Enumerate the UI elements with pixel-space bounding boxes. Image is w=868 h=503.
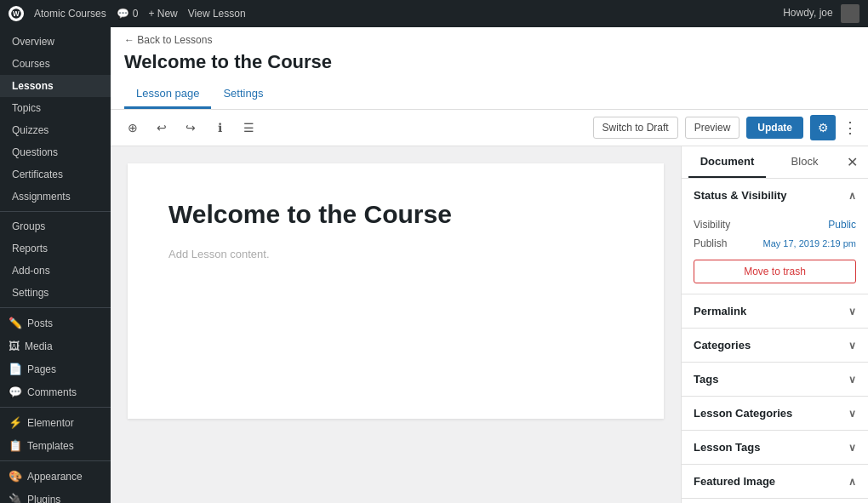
move-to-trash-button[interactable]: Move to trash: [694, 260, 856, 283]
sidebar-item-media[interactable]: 🖼 Media: [0, 334, 111, 357]
section-label-lesson-categories: Lesson Categories: [694, 407, 792, 420]
sidebar-item-groups[interactable]: Groups: [0, 215, 111, 237]
sidebar-item-appearance[interactable]: 🎨 Appearance: [0, 465, 111, 488]
admin-bar-comments[interactable]: 💬 0: [117, 8, 139, 20]
section-header-lesson-tags[interactable]: Lesson Tags ∨: [682, 431, 868, 464]
visibility-row: Visibility Public: [694, 219, 856, 231]
list-view-button[interactable]: ☰: [237, 116, 260, 140]
sidebar-item-templates[interactable]: 📋 Templates: [0, 434, 111, 457]
section-label-featured-image: Featured Image: [694, 475, 775, 488]
sidebar-divider-4: [0, 460, 111, 461]
section-label-categories: Categories: [694, 339, 751, 352]
back-to-lessons-link[interactable]: ← Back to Lessons: [124, 34, 854, 46]
settings-gear-button[interactable]: ⚙: [810, 115, 836, 140]
elementor-icon: ⚡: [9, 416, 22, 429]
section-label-status: Status & Visibility: [694, 189, 787, 202]
section-body-status: Visibility Public Publish May 17, 2019 2…: [682, 212, 868, 294]
sidebar-item-elementor[interactable]: ⚡ Elementor: [0, 411, 111, 434]
update-button[interactable]: Update: [746, 117, 803, 139]
chevron-down-lesson-tags-icon: ∨: [848, 442, 856, 454]
editor-toolbar: ⊕ ↩ ↪ ℹ ☰ Switch to Draft Preview Update…: [111, 110, 868, 146]
sidebar-item-pages[interactable]: 📄 Pages: [0, 357, 111, 380]
chevron-up-featured-image-icon: ∧: [848, 476, 856, 488]
section-label-lesson-tags: Lesson Tags: [694, 441, 761, 454]
tab-settings[interactable]: Settings: [211, 80, 275, 109]
sidebar-item-settings[interactable]: Settings: [0, 282, 111, 304]
visibility-label: Visibility: [694, 219, 730, 231]
editor-canvas[interactable]: Welcome to the Course Add Lesson content…: [111, 146, 681, 503]
content-title[interactable]: Welcome to the Course: [168, 197, 623, 231]
editor-body: Welcome to the Course Add Lesson content…: [111, 146, 868, 503]
admin-bar-left: W Atomic Courses 💬 0 + New View Lesson: [9, 6, 246, 21]
publish-value[interactable]: May 17, 2019 2:19 pm: [763, 238, 856, 249]
sidebar-item-quizzes[interactable]: Quizzes: [0, 119, 111, 141]
add-block-button[interactable]: ⊕: [121, 116, 145, 140]
sidebar-item-addons[interactable]: Add-ons: [0, 260, 111, 282]
panel-section-lesson-categories: Lesson Categories ∨: [682, 397, 868, 431]
section-header-tags[interactable]: Tags ∨: [682, 363, 868, 396]
sidebar-item-courses[interactable]: Courses: [0, 53, 111, 75]
sidebar-item-certificates[interactable]: Certificates: [0, 163, 111, 186]
section-label-tags: Tags: [694, 373, 718, 386]
panel-tab-document[interactable]: Document: [688, 146, 766, 178]
panel-section-featured-image: Featured Image ∧: [682, 465, 868, 499]
right-panel: Document Block ✕ Status & Visibility ∧ V: [681, 146, 868, 503]
wp-logo: W: [9, 6, 24, 21]
tab-lesson-page[interactable]: Lesson page: [124, 80, 211, 109]
svg-text:W: W: [13, 10, 20, 18]
posts-icon: ✏️: [9, 317, 22, 329]
sidebar-item-comments[interactable]: 💬 Comments: [0, 380, 111, 403]
preview-button[interactable]: Preview: [685, 117, 740, 139]
panel-section-permalink: Permalink ∨: [682, 294, 868, 329]
panel-section-tags: Tags ∨: [682, 363, 868, 397]
sidebar-item-assignments[interactable]: Assignments: [0, 186, 111, 208]
sidebar-item-questions[interactable]: Questions: [0, 141, 111, 163]
chevron-up-icon: ∧: [848, 190, 856, 202]
section-header-categories[interactable]: Categories ∨: [682, 329, 868, 362]
section-label-permalink: Permalink: [694, 305, 746, 317]
panel-section-status: Status & Visibility ∧ Visibility Public …: [682, 179, 868, 294]
sidebar-item-posts[interactable]: ✏️ Posts: [0, 312, 111, 334]
section-header-status[interactable]: Status & Visibility ∧: [682, 179, 868, 212]
publish-row: Publish May 17, 2019 2:19 pm: [694, 237, 856, 249]
comment-icon: 💬: [117, 8, 129, 20]
sidebar-item-reports[interactable]: Reports: [0, 237, 111, 260]
panel-section-categories: Categories ∨: [682, 329, 868, 363]
pages-icon: 📄: [9, 363, 22, 375]
plugins-icon: 🔌: [9, 493, 22, 503]
chevron-down-permalink-icon: ∨: [848, 306, 856, 317]
more-options-button[interactable]: ⋮: [842, 118, 858, 137]
section-header-featured-image[interactable]: Featured Image ∧: [682, 465, 868, 498]
publish-label: Publish: [694, 237, 727, 249]
editor-tabs: Lesson page Settings: [124, 80, 854, 109]
switch-draft-button[interactable]: Switch to Draft: [593, 117, 678, 139]
content-area: ← Back to Lessons Welcome to the Course …: [111, 27, 868, 503]
sidebar-item-plugins[interactable]: 🔌 Plugins: [0, 488, 111, 503]
admin-bar-site-name[interactable]: Atomic Courses: [34, 8, 106, 20]
sidebar-item-overview[interactable]: Overview: [0, 31, 111, 53]
info-button[interactable]: ℹ: [208, 116, 231, 140]
visibility-value[interactable]: Public: [828, 219, 856, 231]
sidebar-item-lessons[interactable]: Lessons: [0, 75, 111, 97]
panel-tab-block[interactable]: Block: [766, 146, 843, 178]
content-placeholder[interactable]: Add Lesson content.: [168, 248, 623, 260]
section-header-permalink[interactable]: Permalink ∨: [682, 294, 868, 328]
sidebar-divider-3: [0, 407, 111, 408]
appearance-icon: 🎨: [9, 470, 22, 483]
media-icon: 🖼: [9, 340, 20, 352]
redo-button[interactable]: ↪: [179, 116, 203, 140]
editor-page: Welcome to the Course Add Lesson content…: [128, 163, 664, 419]
wp-logo-area[interactable]: W: [9, 6, 24, 21]
chevron-down-lesson-categories-icon: ∨: [848, 408, 856, 420]
section-header-lesson-categories[interactable]: Lesson Categories ∨: [682, 397, 868, 430]
chevron-down-tags-icon: ∨: [848, 374, 856, 386]
undo-button[interactable]: ↩: [150, 116, 174, 140]
sidebar-divider-1: [0, 211, 111, 212]
toolbar-left: ⊕ ↩ ↪ ℹ ☰: [121, 116, 260, 140]
panel-close-button[interactable]: ✕: [843, 151, 861, 174]
templates-icon: 📋: [9, 439, 22, 452]
admin-bar-new[interactable]: + New: [148, 8, 177, 20]
admin-bar-view-lesson[interactable]: View Lesson: [188, 8, 246, 20]
admin-bar-howdy: Howdy, joe: [783, 4, 859, 23]
sidebar-item-topics[interactable]: Topics: [0, 97, 111, 119]
